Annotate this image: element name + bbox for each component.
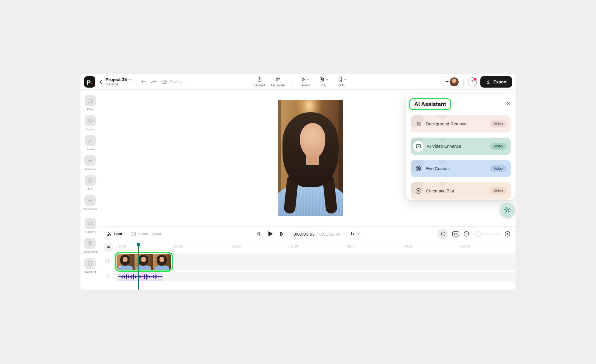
video-preview[interactable] (278, 100, 343, 216)
ruler-tick: 00:50 (403, 245, 413, 248)
magnetic-timeline-icon (440, 231, 446, 237)
card-badge: Video (490, 120, 507, 127)
panel-title: AI Assistant (414, 101, 446, 107)
zoom-level-button[interactable]: 100 (314, 77, 333, 87)
previous-frame-button[interactable] (255, 231, 261, 237)
sidebar-label: Files (87, 108, 93, 111)
timeline-toggle-button[interactable] (104, 243, 113, 252)
help-button[interactable]: ? (468, 77, 477, 86)
sidebar-item-background[interactable]: Background (83, 238, 98, 253)
timeline-zoom-controls (437, 227, 511, 241)
card-ai-video-enhance[interactable]: AI Video Enhance Video (411, 138, 511, 155)
cloud-check-icon (162, 79, 168, 84)
upload-icon (257, 77, 263, 83)
brand-kit-icon (87, 260, 93, 266)
select-tool-button[interactable]: Select (296, 77, 314, 87)
generate-button[interactable]: Generate (269, 77, 287, 87)
ruler-tick: 01:00 (460, 245, 470, 248)
sidebar-item-brand-kit[interactable]: Brand Kit (84, 258, 96, 273)
playhead-line (138, 245, 139, 290)
close-button[interactable]: × (507, 100, 510, 106)
playback-speed-selector[interactable]: 1x (350, 231, 361, 236)
sidebar-label: Audio (86, 147, 94, 151)
play-button[interactable] (267, 230, 274, 237)
sidebar-item-text[interactable]: Text (85, 175, 96, 191)
redo-icon (150, 79, 157, 85)
generate-label: Generate (271, 83, 285, 87)
audio-track[interactable] (113, 272, 516, 281)
export-button[interactable]: Export (480, 76, 512, 88)
smart-layout-button[interactable]: Smart Layout (131, 232, 161, 236)
smart-layout-label: Smart Layout (138, 232, 161, 236)
sidebar-item-subtitles[interactable]: Subtitles (85, 218, 96, 234)
ruler-tick: 00:20 (231, 245, 241, 248)
divider (463, 78, 464, 86)
chevron-down-icon (357, 233, 360, 235)
timeline-zoom-slider[interactable] (473, 231, 501, 237)
sidebar-item-files[interactable]: Files (85, 95, 96, 111)
back-button[interactable] (98, 80, 103, 84)
magnetic-timeline-button[interactable] (437, 228, 448, 239)
logo-text: P (87, 80, 91, 85)
ai-magic-button[interactable] (500, 203, 515, 218)
selected-video-clip[interactable] (115, 252, 173, 272)
sidebar-item-visuals[interactable]: Visuals (85, 115, 96, 131)
upload-label: Upload (254, 83, 265, 87)
play-icon (267, 230, 274, 237)
upload-button[interactable]: Upload (250, 77, 269, 87)
card-cinematic-blur[interactable]: Cinematic Blur Video (411, 182, 511, 200)
fit-timeline-button[interactable] (452, 231, 460, 237)
split-button[interactable]: Split (107, 231, 122, 237)
aspect-ratio-button[interactable]: 9:16 (333, 77, 351, 87)
user-avatar[interactable] (449, 77, 459, 87)
ruler-tick: 00:10 (173, 245, 183, 248)
card-label: Cinematic Blur (426, 189, 454, 193)
screenshot-stage: P. Project 25 Melanie Saving... (0, 0, 596, 364)
zoom-magnifier-icon (319, 77, 325, 83)
minus-circle-icon (463, 231, 470, 237)
ruler-tick: 00:00 (116, 245, 126, 248)
card-background-removal[interactable]: Background Removal Video (411, 115, 511, 133)
project-title-group[interactable]: Project 25 Melanie (105, 77, 132, 86)
ai-assistant-panel: AI Assistant × Background Removal Video … (406, 94, 516, 200)
sidebar-item-audio[interactable]: Audio (85, 135, 96, 151)
split-label: Split (114, 232, 122, 236)
redo-button[interactable] (150, 79, 157, 85)
undo-button[interactable] (141, 79, 147, 85)
assistant-card-list: Background Removal Video AI Video Enhanc… (406, 115, 516, 200)
saving-label: Saving... (170, 80, 185, 84)
current-time: 0:00:03.63 (294, 231, 315, 237)
timeline-section: Split Smart Layout (100, 226, 516, 290)
transitions-icon (87, 197, 93, 203)
collaborators-group: + (442, 77, 459, 87)
divider (291, 78, 292, 86)
zoom-out-button[interactable] (463, 231, 470, 237)
background-icon (87, 240, 93, 246)
ai-video-enhance-icon (415, 143, 422, 150)
sidebar-item-transitions[interactable]: Transitions (83, 195, 97, 211)
eye-contact-icon (415, 165, 422, 172)
sidebar-label: AI Voices (84, 167, 96, 171)
app-logo[interactable]: P. (84, 76, 95, 88)
download-icon (486, 79, 491, 84)
image-icon (87, 118, 93, 124)
chevron-down-icon (129, 79, 132, 81)
timeline-ruler[interactable]: 00:00 00:10 00:20 00:30 00:40 00:50 01:0… (100, 242, 516, 252)
video-track[interactable] (113, 253, 516, 270)
video-editor-window: P. Project 25 Melanie Saving... (80, 74, 516, 290)
card-eye-contact[interactable]: Eye Contact Video (411, 160, 511, 177)
text-icon (87, 178, 93, 183)
sidebar-item-ai-voices[interactable]: AI Voices (84, 155, 96, 171)
timeline-controls: Split Smart Layout (100, 227, 516, 241)
folder-icon (87, 98, 93, 104)
next-frame-button[interactable] (279, 231, 285, 237)
sidebar-label: Visuals (86, 127, 94, 131)
zoom-in-button[interactable] (504, 231, 511, 237)
card-label: Eye Contact (426, 166, 450, 171)
playhead[interactable] (136, 243, 141, 290)
card-badge: Video (490, 187, 507, 195)
left-sidebar: Files Visuals Audio AI Voices Text Trans… (80, 90, 100, 290)
panel-title-highlight: AI Assistant (409, 98, 451, 110)
time-separator: / (316, 231, 318, 237)
slider-knob[interactable] (476, 231, 481, 237)
